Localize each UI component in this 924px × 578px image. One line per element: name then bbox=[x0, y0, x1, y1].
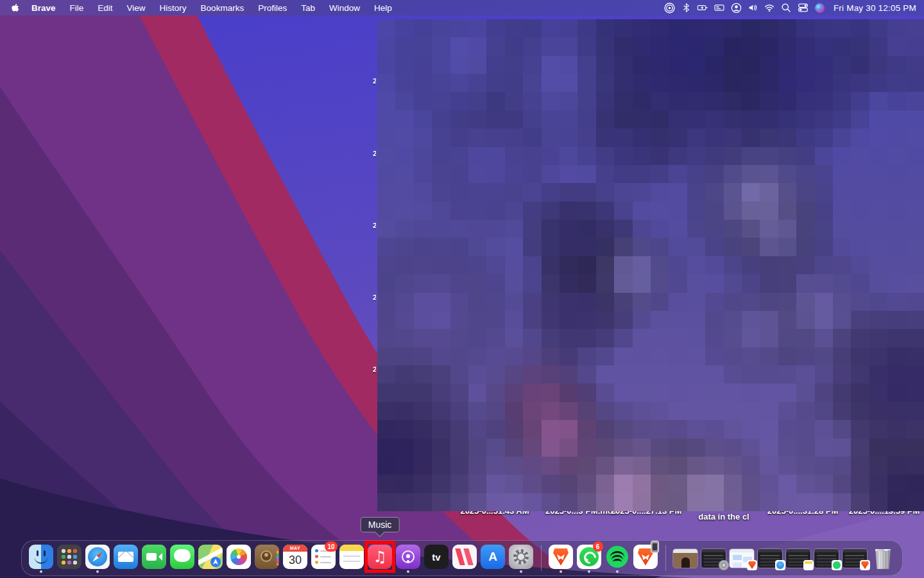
clipped-file-label-fragment: 2 bbox=[373, 150, 376, 159]
dock-reminders[interactable]: 10 bbox=[310, 543, 338, 574]
dock-app-store[interactable]: A bbox=[479, 543, 507, 574]
dock-separator bbox=[665, 545, 666, 571]
app-menu-label[interactable]: Brave bbox=[24, 3, 63, 13]
dock-trash[interactable] bbox=[869, 543, 897, 574]
app-store-icon: A bbox=[481, 545, 505, 569]
whatsapp-badge-icon bbox=[832, 560, 842, 570]
dock-news[interactable] bbox=[451, 543, 479, 574]
device-badge-icon bbox=[651, 541, 659, 553]
contacts-tabs bbox=[277, 548, 278, 565]
dock-brave[interactable] bbox=[547, 543, 575, 574]
menu-file[interactable]: File bbox=[63, 3, 91, 13]
airplay-icon[interactable] bbox=[662, 0, 678, 15]
dock-window-notes[interactable] bbox=[785, 543, 812, 574]
dock-safari[interactable] bbox=[84, 543, 112, 574]
system-preferences-badge-icon bbox=[719, 560, 729, 570]
dock-window-video[interactable] bbox=[672, 543, 699, 574]
menu-profiles[interactable]: Profiles bbox=[251, 3, 294, 13]
dock-photos[interactable] bbox=[225, 543, 253, 574]
window-notes-thumbnail-icon bbox=[785, 548, 811, 568]
menu-bar-clock[interactable]: Fri May 30 12:05 PM bbox=[834, 3, 916, 13]
clipped-file-label-fragment: 2 bbox=[373, 222, 376, 231]
display-icon[interactable] bbox=[712, 0, 728, 15]
dock-tv[interactable]: tv bbox=[423, 543, 450, 574]
maps-icon bbox=[198, 545, 223, 569]
macos-desktop: Brave FileEditViewHistoryBookmarksProfil… bbox=[0, 0, 924, 578]
dock-spotify[interactable] bbox=[604, 543, 631, 574]
dock-window-brave-dark[interactable] bbox=[841, 543, 869, 574]
podcasts-mic-glyph bbox=[406, 554, 410, 558]
dock-finder[interactable] bbox=[28, 543, 55, 574]
menu-bookmarks[interactable]: Bookmarks bbox=[194, 3, 252, 13]
launchpad-icon bbox=[57, 545, 81, 569]
spotify-circle-glyph bbox=[606, 546, 628, 568]
dock: MAY3010♫MusictvA6 bbox=[21, 540, 903, 576]
dock-music[interactable]: ♫Music bbox=[366, 543, 394, 574]
window-brave-dark-thumbnail-icon bbox=[842, 548, 868, 568]
wifi-icon[interactable] bbox=[762, 0, 778, 15]
dock-window-system-preferences[interactable] bbox=[700, 543, 728, 574]
volume-icon[interactable] bbox=[745, 0, 761, 15]
calendar-day: 30 bbox=[283, 552, 307, 569]
menu-help[interactable]: Help bbox=[367, 3, 399, 13]
clipped-file-label-fragment: 2 bbox=[373, 365, 376, 374]
dock-window-brave-light[interactable] bbox=[728, 543, 756, 574]
photos-icon bbox=[227, 545, 251, 569]
menu-view[interactable]: View bbox=[120, 3, 153, 13]
menu-window[interactable]: Window bbox=[322, 3, 367, 13]
dock-calendar[interactable]: MAY30 bbox=[282, 543, 309, 574]
dock-contacts[interactable] bbox=[253, 543, 281, 574]
dock-mail[interactable] bbox=[112, 543, 140, 574]
menu-bar: Brave FileEditViewHistoryBookmarksProfil… bbox=[0, 0, 924, 15]
dock-brave-profile[interactable] bbox=[632, 543, 660, 574]
menu-history[interactable]: History bbox=[153, 3, 194, 13]
bluetooth-icon[interactable] bbox=[678, 0, 694, 15]
dock-launchpad[interactable] bbox=[56, 543, 83, 574]
mail-icon bbox=[114, 545, 138, 569]
clipped-file-label-fragment: 2 bbox=[373, 77, 376, 86]
control-center-icon[interactable] bbox=[795, 0, 811, 15]
trash-icon bbox=[871, 545, 895, 569]
running-indicator bbox=[560, 570, 562, 573]
calendar-icon: MAY30 bbox=[283, 545, 307, 569]
running-indicator bbox=[407, 570, 409, 573]
dock-maps[interactable] bbox=[197, 543, 225, 574]
podcasts-icon bbox=[396, 545, 420, 569]
user-account-icon[interactable] bbox=[728, 0, 744, 15]
spotlight-search-icon[interactable] bbox=[778, 0, 794, 15]
menu-tab[interactable]: Tab bbox=[294, 3, 322, 13]
notification-badge: 6 bbox=[593, 541, 603, 552]
apple-menu-icon[interactable] bbox=[8, 0, 22, 15]
dock-window-safari[interactable] bbox=[757, 543, 784, 574]
menu-edit[interactable]: Edit bbox=[90, 3, 119, 13]
dock-podcasts[interactable] bbox=[395, 543, 422, 574]
dock-window-whatsapp[interactable] bbox=[813, 543, 841, 574]
notes-badge-icon bbox=[803, 560, 814, 570]
window-safari-thumbnail-icon bbox=[757, 548, 783, 568]
window-preview bbox=[673, 549, 697, 568]
tv-icon: tv bbox=[424, 545, 449, 569]
facetime-icon bbox=[142, 545, 166, 569]
running-indicator bbox=[616, 570, 619, 573]
battery-charging-icon[interactable] bbox=[695, 0, 711, 15]
notes-icon bbox=[339, 545, 364, 569]
window-system-preferences-thumbnail-icon bbox=[701, 548, 726, 568]
dock-whatsapp[interactable]: 6 bbox=[576, 543, 603, 574]
dock-system-preferences[interactable] bbox=[508, 543, 535, 574]
contacts-icon bbox=[255, 545, 279, 569]
running-indicator bbox=[520, 570, 522, 573]
desktop-file-label[interactable]: data in the cl bbox=[698, 512, 749, 521]
safari-icon bbox=[85, 545, 110, 569]
siri-icon[interactable] bbox=[812, 0, 828, 15]
running-indicator bbox=[588, 570, 590, 573]
dock-messages[interactable] bbox=[169, 543, 196, 574]
menu-items: FileEditViewHistoryBookmarksProfilesTabW… bbox=[63, 3, 399, 13]
news-icon bbox=[452, 545, 477, 569]
tv-glyph: tv bbox=[432, 552, 440, 563]
dock-facetime[interactable] bbox=[141, 543, 168, 574]
calendar-month: MAY bbox=[283, 545, 307, 552]
dock-notes[interactable] bbox=[338, 543, 366, 574]
finder-icon bbox=[29, 545, 53, 569]
safari-badge-icon bbox=[775, 560, 785, 570]
app-store-glyph: A bbox=[488, 550, 497, 564]
